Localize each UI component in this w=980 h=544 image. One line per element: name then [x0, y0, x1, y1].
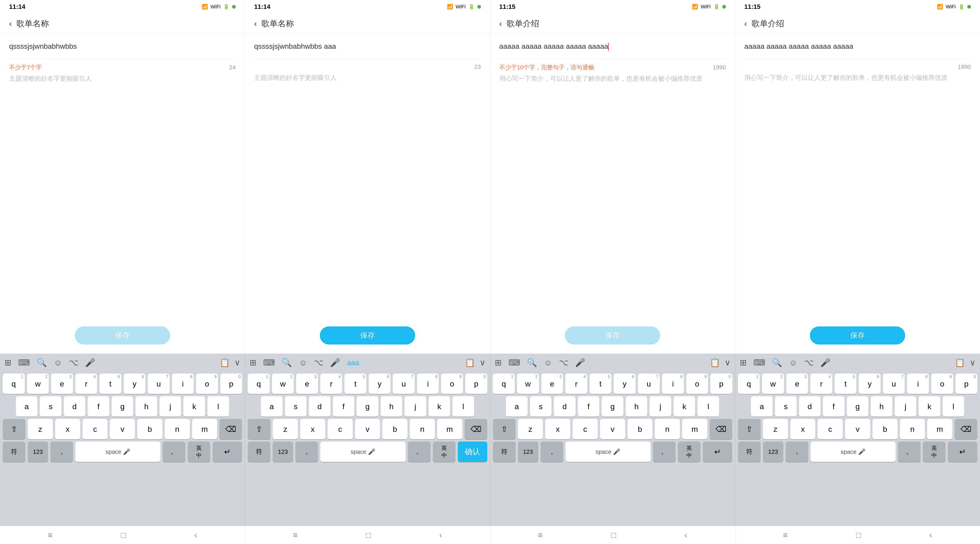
- key-h[interactable]: h: [381, 396, 402, 417]
- nav-icon-0[interactable]: ≡: [293, 530, 298, 540]
- key-t[interactable]: t5: [99, 374, 121, 394]
- enter-key[interactable]: ↵: [703, 441, 732, 462]
- key-f[interactable]: f: [823, 396, 845, 417]
- key-z[interactable]: z: [28, 419, 53, 439]
- fu-key[interactable]: 符: [738, 441, 760, 462]
- period-key[interactable]: 。: [163, 441, 185, 462]
- nav-icon-1[interactable]: □: [121, 530, 126, 540]
- space-key[interactable]: space 🎤: [566, 441, 651, 462]
- key-n[interactable]: n: [165, 419, 190, 439]
- key-a[interactable]: a: [16, 396, 38, 417]
- toolbar-icon-2[interactable]: 🔍: [527, 358, 537, 368]
- toolbar-right-icon-1[interactable]: ∨: [234, 358, 240, 368]
- key-w[interactable]: w2: [27, 374, 49, 394]
- key-p[interactable]: p0: [956, 374, 977, 394]
- toolbar-icon-3[interactable]: ☺: [299, 358, 307, 368]
- key-b[interactable]: b: [382, 419, 407, 439]
- key-a[interactable]: a: [261, 396, 283, 417]
- key-i[interactable]: i8: [907, 374, 929, 394]
- toolbar-icon-5[interactable]: 🎤: [820, 358, 830, 368]
- lang-key[interactable]: 英中: [678, 441, 700, 462]
- key-z[interactable]: z: [273, 419, 298, 439]
- key-u[interactable]: u7: [393, 374, 415, 394]
- key-q[interactable]: q1: [738, 374, 760, 394]
- key-g[interactable]: g: [111, 396, 134, 417]
- period-key[interactable]: 。: [408, 441, 431, 462]
- key-g[interactable]: g: [601, 396, 624, 417]
- toolbar-right-icon-1[interactable]: ∨: [480, 358, 485, 368]
- toolbar-right-icon-0[interactable]: 📋: [710, 358, 720, 368]
- key-e[interactable]: e3: [541, 374, 563, 394]
- save-button[interactable]: 保存: [810, 327, 905, 344]
- lang-key[interactable]: 英中: [188, 441, 210, 462]
- key-c[interactable]: c: [573, 419, 598, 439]
- nav-icon-2[interactable]: ‹: [684, 530, 687, 540]
- key-b[interactable]: b: [872, 419, 898, 439]
- nav-icon-1[interactable]: □: [856, 530, 861, 540]
- key-j[interactable]: j: [159, 396, 181, 417]
- key-s[interactable]: s: [285, 396, 307, 417]
- toolbar-icon-4[interactable]: ⌥: [804, 358, 813, 368]
- key-y[interactable]: y6: [369, 374, 391, 394]
- key-t[interactable]: t5: [590, 374, 612, 394]
- key-k[interactable]: k: [183, 396, 205, 417]
- key-p[interactable]: p0: [710, 374, 732, 394]
- num123-key[interactable]: 123: [518, 441, 538, 462]
- num123-key[interactable]: 123: [28, 441, 48, 462]
- key-l[interactable]: l: [207, 396, 229, 417]
- toolbar-right-icon-0[interactable]: 📋: [465, 358, 475, 368]
- nav-icon-1[interactable]: □: [366, 530, 371, 540]
- key-i[interactable]: i8: [417, 374, 439, 394]
- key-l[interactable]: l: [943, 396, 964, 417]
- save-button[interactable]: 保存: [565, 327, 660, 344]
- shift-key[interactable]: ⇧: [493, 419, 515, 439]
- shift-key[interactable]: ⇧: [3, 419, 25, 439]
- key-d[interactable]: d: [309, 396, 331, 417]
- key-j[interactable]: j: [649, 396, 671, 417]
- comma-key[interactable]: ，: [541, 441, 563, 462]
- key-t[interactable]: t5: [835, 374, 857, 394]
- key-e[interactable]: e3: [296, 374, 318, 394]
- shift-key[interactable]: ⇧: [738, 419, 760, 439]
- key-r[interactable]: r4: [75, 374, 97, 394]
- key-m[interactable]: m: [682, 419, 707, 439]
- toolbar-icon-5[interactable]: 🎤: [330, 358, 340, 368]
- toolbar-right-icon-1[interactable]: ∨: [725, 358, 730, 368]
- backspace-key[interactable]: ⌫: [220, 419, 242, 439]
- key-n[interactable]: n: [410, 419, 435, 439]
- key-a[interactable]: a: [506, 396, 528, 417]
- toolbar-icon-0[interactable]: ⊞: [740, 358, 746, 368]
- key-d[interactable]: d: [799, 396, 821, 417]
- key-y[interactable]: y6: [614, 374, 636, 394]
- text-input[interactable]: qssssjsjwnbabhwbbs: [9, 41, 236, 59]
- key-l[interactable]: l: [697, 396, 719, 417]
- toolbar-icon-5[interactable]: 🎤: [575, 358, 585, 368]
- backspace-key[interactable]: ⌫: [465, 419, 487, 439]
- toolbar-icon-0[interactable]: ⊞: [495, 358, 501, 368]
- num123-key[interactable]: 123: [273, 441, 293, 462]
- period-key[interactable]: 。: [653, 441, 676, 462]
- key-g[interactable]: g: [847, 396, 869, 417]
- key-c[interactable]: c: [83, 419, 108, 439]
- key-c[interactable]: c: [328, 419, 353, 439]
- toolbar-icon-1[interactable]: ⌨: [263, 358, 275, 368]
- text-input[interactable]: aaaaa aaaaa aaaaa aaaaa aaaaa: [744, 41, 971, 59]
- lang-key[interactable]: 英中: [433, 441, 455, 462]
- key-n[interactable]: n: [655, 419, 680, 439]
- key-x[interactable]: x: [300, 419, 325, 439]
- text-input[interactable]: qssssjsjwnbabhwbbs aaa: [254, 41, 481, 59]
- key-o[interactable]: o9: [196, 374, 218, 394]
- fu-key[interactable]: 符: [493, 441, 515, 462]
- space-key[interactable]: space 🎤: [811, 441, 896, 462]
- toolbar-icon-3[interactable]: ☺: [789, 358, 797, 368]
- nav-icon-2[interactable]: ‹: [439, 530, 442, 540]
- key-s[interactable]: s: [40, 396, 62, 417]
- toolbar-icon-3[interactable]: ☺: [544, 358, 552, 368]
- key-w[interactable]: w2: [517, 374, 539, 394]
- toolbar-icon-4[interactable]: ⌥: [314, 358, 323, 368]
- fu-key[interactable]: 符: [248, 441, 270, 462]
- key-m[interactable]: m: [927, 419, 952, 439]
- back-button[interactable]: ‹: [499, 19, 502, 29]
- shift-key[interactable]: ⇧: [248, 419, 270, 439]
- key-f[interactable]: f: [578, 396, 600, 417]
